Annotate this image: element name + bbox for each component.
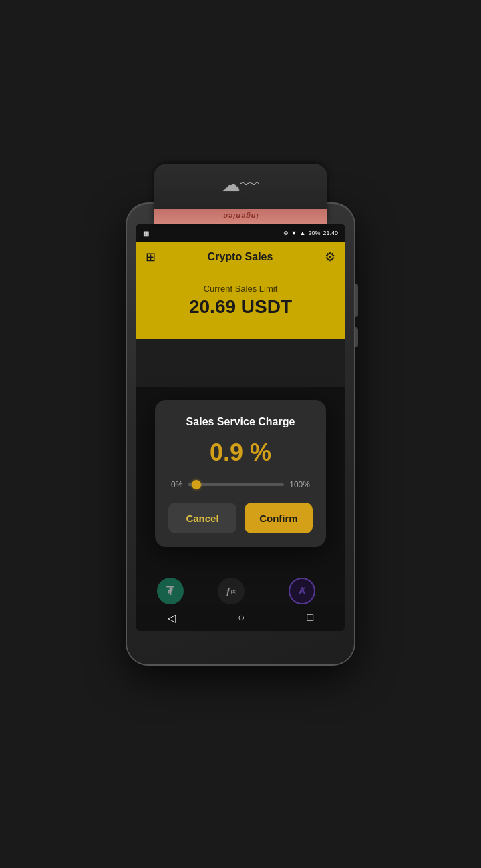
slider-min-label: 0% (171, 480, 182, 489)
app-title: Crypto Sales (208, 251, 273, 263)
receipt-icon[interactable]: ⊞ (146, 250, 156, 264)
device-body: ☁〰 ingenico ▦ ⊖ ▼ ▲ 20% 21:40 (127, 204, 354, 664)
sales-limit-section: Current Sales Limit 20.69 USDT (136, 272, 345, 339)
brand-label: ingenico (222, 212, 258, 220)
status-bar: ▦ ⊖ ▼ ▲ 20% 21:40 (136, 224, 345, 242)
device-wrapper: ☁〰 ingenico ▦ ⊖ ▼ ▲ 20% 21:40 (120, 200, 361, 668)
dialog-title: Sales Service Charge (168, 416, 313, 428)
slider-max-label: 100% (289, 480, 310, 489)
nfc-icon: ☁〰 (222, 174, 259, 196)
screen-frame: ▦ ⊖ ▼ ▲ 20% 21:40 ⊞ Crypto Sales ⚙ Curre… (136, 224, 345, 631)
salmon-strip: ingenico (154, 209, 327, 224)
dialog-overlay: Sales Service Charge 0.9 % 0% 100% Cance… (136, 387, 345, 604)
device-top: ☁〰 ingenico (154, 164, 327, 224)
image-icon: ▦ (143, 230, 149, 237)
sales-limit-value: 20.69 USDT (146, 296, 335, 318)
slider-row[interactable]: 0% 100% (168, 480, 313, 489)
back-button[interactable]: ◁ (168, 612, 176, 624)
battery-level: 20% (308, 230, 320, 236)
minus-icon: ⊖ (283, 230, 289, 236)
dark-area: 15.32049198 0.06450663 123.20866061 ₮ US… (136, 339, 345, 631)
side-button-right[interactable] (355, 284, 358, 317)
slider-track[interactable] (188, 483, 284, 486)
app-header: ⊞ Crypto Sales ⚙ (136, 242, 345, 272)
dialog-value: 0.9 % (168, 439, 313, 467)
cancel-button[interactable]: Cancel (168, 503, 236, 533)
status-right: ⊖ ▼ ▲ 20% 21:40 (283, 230, 338, 236)
dialog-buttons: Cancel Confirm (168, 503, 313, 533)
clock: 21:40 (323, 230, 338, 236)
recent-button[interactable]: □ (307, 612, 314, 624)
wifi-icon: ▼ (291, 230, 297, 236)
slider-thumb[interactable] (192, 480, 201, 489)
service-charge-dialog: Sales Service Charge 0.9 % 0% 100% Cance… (155, 400, 326, 547)
status-left: ▦ (143, 230, 149, 237)
settings-icon[interactable]: ⚙ (325, 250, 335, 264)
signal-icon: ▲ (300, 230, 306, 236)
home-button[interactable]: ○ (238, 612, 245, 624)
confirm-button[interactable]: Confirm (245, 503, 313, 533)
sales-limit-label: Current Sales Limit (146, 284, 335, 294)
nav-bar: ◁ ○ □ (136, 604, 345, 631)
side-button-right2[interactable] (355, 327, 358, 347)
